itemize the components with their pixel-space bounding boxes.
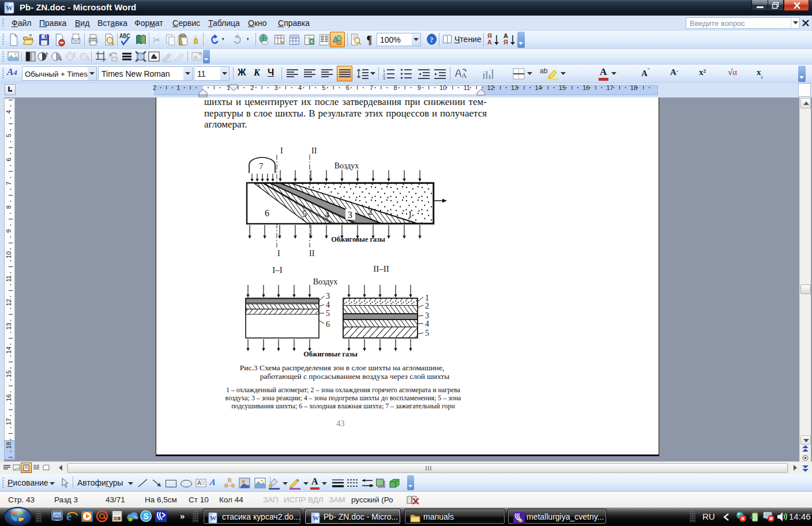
svg-text:Обжиговые газы: Обжиговые газы [331,235,385,243]
svg-text:8: 8 [5,205,12,209]
svg-text:5: 5 [326,309,330,318]
svg-text:W: W [313,514,319,521]
svg-text:13: 13 [5,323,12,330]
svg-text:14: 14 [535,84,542,91]
svg-text:1: 1 [408,209,412,219]
svg-text:2: 2 [153,84,156,91]
svg-text:4: 4 [5,110,12,114]
svg-text:4: 4 [425,320,429,328]
svg-text:18: 18 [5,442,12,449]
svg-text:I: I [280,146,283,155]
svg-text:3: 3 [425,311,429,320]
svg-text:17: 17 [606,84,613,91]
svg-text:3: 3 [348,210,352,220]
svg-text:KB: KB [114,517,119,520]
svg-text:e: e [66,510,72,523]
svg-text:12: 12 [5,299,12,306]
svg-text:3: 3 [326,292,330,300]
svg-text:Воздух: Воздух [334,161,359,170]
svg-text:17: 17 [5,418,12,425]
svg-text:7: 7 [259,161,264,171]
svg-text:S: S [144,512,149,521]
svg-text:7: 7 [5,182,12,185]
svg-text:W: W [210,514,216,521]
svg-text:14: 14 [5,347,12,354]
svg-text:ABC: ABC [119,33,130,39]
svg-text:10: 10 [5,251,12,258]
svg-text:5: 5 [322,84,325,91]
svg-text:9: 9 [5,229,12,232]
svg-text:3: 3 [383,76,385,80]
svg-text:I–I: I–I [272,265,283,275]
svg-text:13: 13 [511,84,518,91]
svg-text:2: 2 [425,302,429,310]
svg-text:18: 18 [630,84,637,91]
svg-text:4: 4 [298,84,302,91]
svg-text:¶: ¶ [367,33,372,46]
svg-text:16: 16 [5,394,12,401]
svg-text:12: 12 [487,84,494,91]
svg-text:5: 5 [302,209,307,219]
svg-text:✂: ✂ [153,34,161,46]
svg-text:10: 10 [439,84,446,91]
svg-text:Воздух: Воздух [313,277,338,286]
svg-text:15: 15 [5,370,12,377]
svg-text:4: 4 [325,210,329,220]
svg-text:15: 15 [559,84,566,91]
svg-text:6: 6 [5,158,12,161]
svg-text:4: 4 [326,300,330,309]
svg-text:16: 16 [582,84,589,91]
svg-text:I: I [277,249,280,258]
svg-text:9: 9 [418,84,421,91]
svg-text:11: 11 [464,84,470,91]
svg-text:II–II: II–II [373,264,389,273]
svg-text:3: 3 [275,84,278,91]
svg-text:5: 5 [425,329,429,337]
svg-text:1: 1 [176,84,180,91]
svg-text:6: 6 [326,320,330,329]
svg-text:?: ? [430,35,434,44]
svg-text:8: 8 [393,84,397,91]
svg-text:II: II [309,249,315,258]
svg-text:5: 5 [5,134,12,137]
svg-text:W: W [6,4,13,12]
svg-text:11: 11 [5,275,12,281]
svg-text:Обжиговые газы: Обжиговые газы [303,350,358,358]
svg-text:2: 2 [250,84,254,91]
svg-text:II: II [311,146,317,155]
svg-text:7: 7 [370,84,373,91]
svg-text:1: 1 [383,69,385,73]
svg-text:X: X [310,39,314,45]
svg-text:6: 6 [265,208,269,218]
svg-text:А: А [461,71,467,80]
svg-text:6: 6 [346,84,349,91]
svg-text:2: 2 [368,206,373,216]
svg-text:A: A [197,480,201,486]
svg-text:1: 1 [425,294,429,302]
